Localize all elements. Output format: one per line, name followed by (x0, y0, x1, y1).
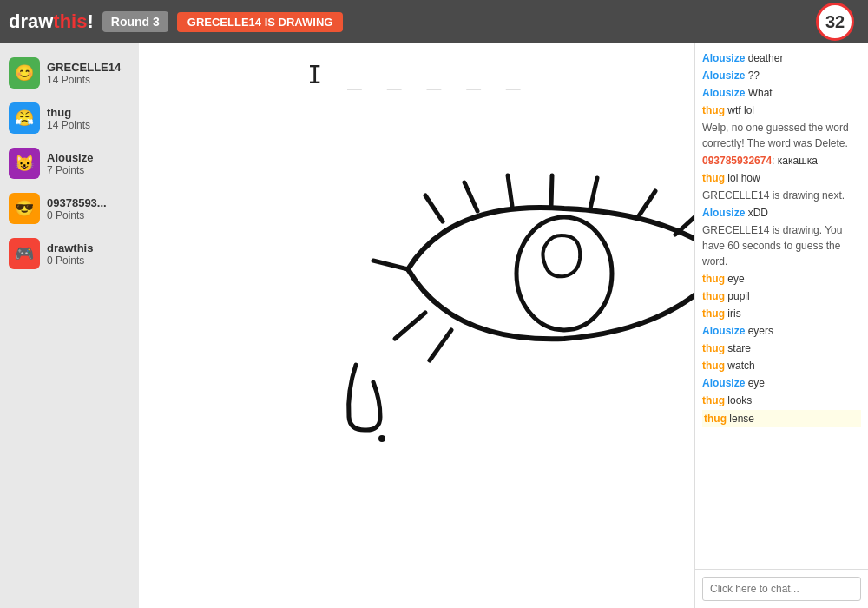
chat-username: Alousize (702, 207, 745, 219)
chat-messages: Alousize deatherAlousize ??Alousize What… (695, 43, 868, 569)
player-avatar: 😺 (9, 148, 40, 179)
chat-message: thug watch (702, 358, 861, 373)
chat-text: xDD (745, 207, 768, 219)
chat-message: Alousize eye (702, 375, 861, 391)
timer: 32 (816, 3, 854, 41)
drawing-badge: GRECELLE14 IS DRAWING (177, 12, 344, 32)
chat-text: wtf lol (725, 104, 754, 116)
chat-text: eyers (745, 325, 773, 337)
chat-message: thug stare (702, 340, 861, 356)
chat-text: eye (725, 273, 745, 285)
chat-message: Alousize eyers (702, 323, 861, 339)
player-name: thug (47, 106, 90, 119)
svg-line-5 (590, 178, 597, 208)
player-name: Alousize (47, 151, 93, 164)
chat-message: GRECELLE14 is drawing next. (702, 188, 861, 203)
player-avatar: 😊 (9, 57, 40, 89)
player-item: 😎 09378593... 0 Points (0, 186, 139, 231)
chat-username: Alousize (702, 87, 745, 99)
player-points: 0 Points (47, 209, 107, 221)
svg-line-8 (373, 261, 408, 269)
svg-line-6 (638, 191, 655, 217)
chat-username: thug (702, 307, 725, 320)
svg-line-11 (430, 330, 451, 360)
player-item: 😤 thug 14 Points (0, 96, 139, 141)
svg-line-10 (395, 313, 425, 339)
header: drawthis! Round 3 GRECELLE14 IS DRAWING … (0, 0, 868, 43)
chat-username: 093785932674 (702, 155, 772, 167)
chat-text: stare (725, 342, 751, 354)
player-avatar: 😎 (9, 193, 40, 224)
player-item: 😺 Alousize 7 Points (0, 141, 139, 186)
chat-message: thug pupil (702, 288, 861, 304)
sidebar: 😊 GRECELLE14 14 Points 😤 thug 14 Points … (0, 43, 139, 608)
chat-message: Welp, no one guessed the word correctly!… (702, 120, 861, 151)
player-avatar: 🎮 (9, 238, 40, 269)
player-item: 🎮 drawthis 0 Points (0, 231, 139, 276)
player-points: 14 Points (47, 74, 121, 86)
chat-username: thug (702, 360, 725, 372)
chat-text: iris (725, 307, 741, 320)
player-avatar: 😤 (9, 102, 40, 134)
chat-username: thug (704, 413, 727, 425)
svg-line-2 (464, 182, 477, 211)
chat-username: thug (702, 273, 725, 285)
chat-message: thug looks (702, 393, 861, 408)
svg-line-3 (508, 175, 512, 206)
chat-message: thug eye (702, 271, 861, 287)
chat-username: thug (702, 172, 725, 184)
chat-username: Alousize (702, 325, 745, 337)
chat-message: thug wtf lol (702, 102, 861, 118)
chat-username: thug (702, 104, 725, 116)
player-info: thug 14 Points (47, 106, 90, 131)
chat-username: Alousize (702, 377, 745, 389)
system-message: GRECELLE14 is drawing next. (702, 189, 845, 202)
system-message: Welp, no one guessed the word correctly!… (702, 122, 849, 149)
svg-point-12 (378, 435, 385, 442)
player-name: 09378593... (47, 196, 107, 209)
chat-username: thug (702, 290, 725, 302)
chat-text: lol how (725, 172, 760, 184)
player-points: 0 Points (47, 254, 93, 267)
main-area: 😊 GRECELLE14 14 Points 😤 thug 14 Points … (0, 43, 868, 608)
round-badge: Round 3 (102, 11, 168, 32)
svg-line-7 (675, 211, 694, 235)
chat-highlight: thug lense (702, 410, 861, 427)
player-name: GRECELLE14 (47, 61, 121, 74)
chat-message: Alousize deather (702, 50, 861, 66)
chat-text: ?? (745, 69, 760, 82)
chat-text: What (745, 87, 772, 99)
player-info: drawthis 0 Points (47, 241, 93, 267)
chat-username: Alousize (702, 69, 745, 82)
system-message: GRECELLE14 is drawing. You have 60 secon… (702, 224, 842, 268)
chat-input-area (695, 569, 868, 608)
chat-text: eye (745, 377, 765, 389)
chat-text: pupil (725, 290, 750, 302)
drawing-canvas[interactable] (139, 43, 694, 608)
chat-message: GRECELLE14 is drawing. You have 60 secon… (702, 222, 861, 269)
chat-panel: Alousize deatherAlousize ??Alousize What… (694, 43, 868, 608)
chat-username: thug (702, 342, 725, 354)
player-info: 09378593... 0 Points (47, 196, 107, 221)
player-name: drawthis (47, 241, 93, 254)
canvas-area[interactable]: I _ _ _ _ _ (139, 43, 694, 608)
chat-input[interactable] (702, 577, 861, 601)
svg-line-1 (425, 195, 443, 221)
chat-username: thug (702, 394, 725, 406)
chat-message: thug iris (702, 306, 861, 321)
player-info: GRECELLE14 14 Points (47, 61, 121, 86)
player-points: 14 Points (47, 119, 90, 131)
player-item: 😊 GRECELLE14 14 Points (0, 50, 139, 96)
player-points: 7 Points (47, 164, 93, 176)
chat-username: Alousize (702, 52, 745, 64)
chat-text: lense (727, 413, 754, 425)
chat-message: Alousize ?? (702, 68, 861, 83)
chat-message: 093785932674: какашка (702, 153, 861, 169)
svg-line-4 (551, 175, 552, 207)
chat-message: thug lense (702, 410, 861, 427)
chat-text: watch (725, 360, 755, 372)
chat-text: : какашка (772, 155, 818, 167)
chat-message: thug lol how (702, 170, 861, 186)
logo: drawthis! (9, 10, 94, 33)
chat-text: looks (725, 394, 752, 406)
